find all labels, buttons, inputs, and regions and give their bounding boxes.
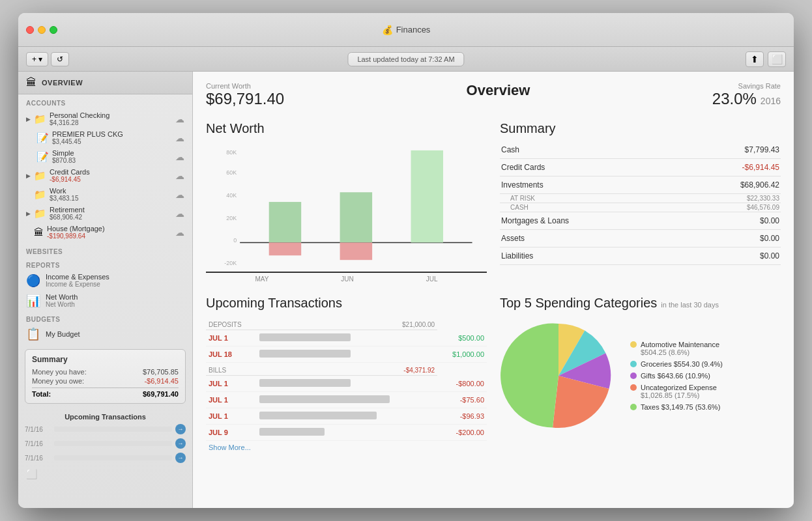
pie-svg [500,317,617,434]
tx-amount-6: -$200.00 [437,425,487,441]
add-button[interactable]: + ▾ [26,52,48,66]
summary-value-investments: $68,906.42 [672,176,781,194]
legend-item-uncategorized: Uncategorized Expense $1,026.85 (17.5%) [630,384,723,399]
report-type: Income & Expense [46,281,109,288]
account-balance: $870.83 [52,157,173,164]
doc-icon: 📝 [36,151,49,163]
expand-icon: ▶ [26,210,34,217]
tx-desc-blur-4 [259,395,390,403]
account-info: Simple $870.83 [52,149,173,164]
account-name: Credit Cards [50,168,173,176]
account-balance: $68,906.42 [50,214,173,221]
legend-amount-uncategorized: $1,026.85 (17.5%) [641,391,717,399]
upcoming-mini-item-3: 7/1/16 → [18,451,192,465]
account-item-retirement[interactable]: ▶ 📁 Retirement $68,906.42 ☁ [18,204,192,223]
spending-subtitle: in the last 30 days [661,301,719,309]
account-info: Work $3,483.15 [50,187,173,202]
account-item-work[interactable]: ▶ 📁 Work $3,483.15 ☁ [18,185,192,204]
summary-row-assets: Assets $0.00 [500,230,781,247]
refresh-button[interactable]: ↺ [51,52,69,66]
tx-row-1: JUL 1 $500.00 [206,330,487,346]
legend-amount-auto: $504.25 (8.6%) [641,348,719,356]
spending-content: Automotive Maintenance $504.25 (8.6%) Gr… [500,317,781,434]
deposits-label: DEPOSITS [206,317,257,330]
summary-label-cash: Cash [500,141,672,159]
expand-icon: ▶ [26,173,34,179]
transactions-table: DEPOSITS $21,000.00 JUL 1 $500.00 [206,317,487,441]
upcoming-desc-blur [54,455,172,460]
share-button[interactable]: ⬜ [768,51,786,67]
sidebar-overview-label: OVERVIEW [42,79,83,87]
last-updated-badge: Last updated today at 7:32 AM [347,52,464,66]
legend-dot-groceries [630,361,637,367]
chart-label-may: MAY [255,275,268,283]
maximize-button[interactable] [50,26,57,34]
tx-desc-6 [257,425,437,441]
app-window: 💰 Finances + ▾ ↺ Last updated today at 7… [18,13,794,508]
budget-my-budget[interactable]: 📋 My Budget [18,324,192,344]
sidebar-summary-title: Summary [32,355,179,364]
sidebar-settings-icon[interactable]: ⬜ [26,469,37,479]
cloud-icon: ☁ [175,208,184,219]
upcoming-arrow: → [175,438,186,449]
sidebar-overview-item[interactable]: 🏛 OVERVIEW [18,72,192,94]
legend-dot-auto [630,341,637,348]
report-name: Income & Expenses [46,273,109,281]
report-name: My Budget [46,330,80,338]
upcoming-title: Upcoming Transactions [206,296,487,311]
tx-row-6: JUL 9 -$200.00 [206,425,487,441]
report-net-worth[interactable]: 📊 Net Worth Net Worth [18,290,192,311]
account-name: PREMIER PLUS CKG [52,130,173,138]
summary-label-mortgages: Mortgages & Loans [500,212,672,230]
close-button[interactable] [26,26,34,34]
summary-money-owe-row: Money you owe: -$6,914.45 [32,376,179,386]
folder-icon: 📁 [34,113,46,125]
current-worth-label: Current Worth [206,82,284,90]
account-item-premier[interactable]: 📝 PREMIER PLUS CKG $3,445.45 ☁ [18,128,192,147]
savings-rate-value: 23.0% [712,90,757,108]
reports-section-header: REPORTS [18,257,192,270]
summary-table: Cash $7,799.43 Credit Cards -$6,914.45 I… [500,141,781,265]
summary-right-title: Summary [500,121,781,136]
tx-desc-3 [257,376,437,392]
report-income-expenses[interactable]: 🔵 Income & Expenses Income & Expense [18,270,192,290]
cloud-icon: ☁ [175,171,184,181]
tx-date-5: JUL 1 [206,408,257,425]
legend-dot-uncategorized [630,384,637,391]
summary-label-credit: Credit Cards [500,159,672,176]
summary-value-liabilities: $0.00 [672,247,781,265]
show-more-link[interactable]: Show More... [206,441,254,454]
summary-row-investments: Investments $68,906.42 [500,176,781,194]
summary-row-credit: Credit Cards -$6,914.45 [500,159,781,176]
tx-amount-5: -$96.93 [437,408,487,425]
spending-legend: Automotive Maintenance $504.25 (8.6%) Gr… [630,341,723,411]
export-button[interactable]: ⬆ [746,51,764,67]
svg-text:60K: 60K [226,170,237,176]
legend-text-auto: Automotive Maintenance $504.25 (8.6%) [641,341,719,356]
svg-text:-20K: -20K [224,260,237,266]
main-content: Current Worth $69,791.40 Overview Saving… [193,72,794,508]
summary-row-mortgages: Mortgages & Loans $0.00 [500,212,781,230]
account-item-credit[interactable]: ▶ 📁 Credit Cards -$6,914.45 ☁ [18,166,192,185]
account-item-simple[interactable]: 📝 Simple $870.83 ☁ [18,147,192,166]
upcoming-mini-item-1: 7/1/16 → [18,422,192,436]
svg-text:40K: 40K [226,192,237,199]
tx-amount-3: -$800.00 [437,376,487,392]
account-name: Personal Checking [50,111,173,119]
budgets-section-header: BUDGETS [18,311,192,324]
summary-value-cash: $7,799.43 [672,141,781,159]
tx-desc-blur-5 [259,412,377,419]
account-item-personal-checking[interactable]: ▶ 📁 Personal Checking $4,316.28 ☁ [18,109,192,128]
money-owe-label: Money you owe: [32,377,84,385]
account-item-house[interactable]: ▶ 🏛 House (Mortgage) -$190,989.64 ☁ [18,223,192,242]
account-balance: $4,316.28 [50,119,173,126]
cloud-icon: ☁ [175,114,184,124]
summary-row-at-risk: AT RISK $22,330.33 [500,194,781,203]
deposits-total: $21,000.00 [257,317,437,330]
minimize-button[interactable] [38,26,46,34]
folder-icon: 📁 [34,189,46,201]
upcoming-date: 7/1/16 [25,455,51,462]
account-balance: $3,445.45 [52,138,173,145]
tx-row-5: JUL 1 -$96.93 [206,408,487,425]
tx-date-1: JUL 1 [206,330,257,346]
